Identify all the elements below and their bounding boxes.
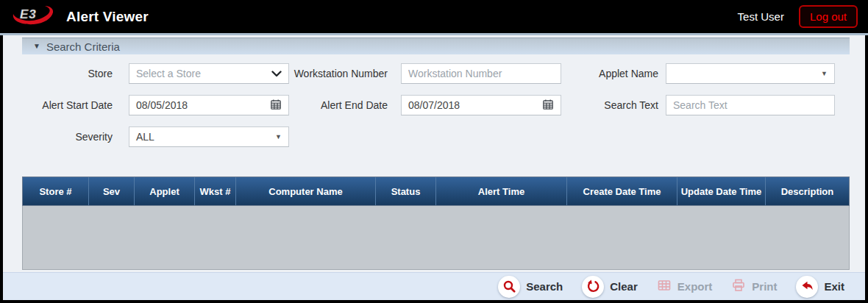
search-text-label: Search Text [548,95,658,115]
applet-name-label: Applet Name [548,63,658,84]
magnifier-icon [498,276,520,298]
workstation-label: Workstation Number [277,63,388,84]
alert-viewer-window: E3 Alert Viewer Test User Log out ▼ Sear… [0,0,868,303]
action-toolbar: Search Clear Export [3,272,865,300]
col-store[interactable]: Store # [23,177,89,205]
store-select-value: Select a Store [136,68,201,79]
search-button[interactable]: Search [498,276,563,298]
triangle-down-icon: ▼ [33,43,40,50]
table-grid-icon [657,278,672,295]
end-date-label: Alert End Date [277,95,388,115]
page-title: Alert Viewer [66,9,149,25]
clear-button[interactable]: Clear [582,276,638,298]
severity-label: Severity [15,126,113,147]
end-date-field[interactable]: 08/07/2018 [401,95,561,115]
app-header: E3 Alert Viewer Test User Log out [0,0,868,33]
rotate-ccw-icon [582,276,604,298]
results-table-header: Store # Sev Applet Wkst # Computer Name … [22,177,850,206]
severity-select[interactable]: ALL ▼ [129,126,289,147]
export-button-label: Export [677,280,713,293]
results-table-empty-body [22,206,850,270]
logout-button[interactable]: Log out [799,5,858,28]
logged-in-user: Test User [738,10,784,23]
workstation-input[interactable] [408,68,554,79]
search-text-input[interactable] [673,99,828,111]
col-wkst[interactable]: Wkst # [195,177,236,205]
print-button-label: Print [752,280,777,293]
severity-value: ALL [136,131,154,143]
appbar-right: Test User Log out [738,5,858,28]
printer-icon [731,278,746,295]
e3-logo-icon: E3 [10,3,56,31]
select-arrow-icon: ▼ [275,133,282,140]
col-applet[interactable]: Applet [135,177,195,205]
col-sev[interactable]: Sev [89,177,135,205]
search-text-field-wrap [666,95,835,115]
search-criteria-title: Search Criteria [46,40,120,53]
header-divider [0,33,868,35]
col-status[interactable]: Status [376,177,436,205]
search-criteria-toggle[interactable]: ▼ Search Criteria [22,38,850,54]
print-button[interactable]: Print [731,278,777,295]
exit-button-label: Exit [824,280,844,293]
search-button-label: Search [526,280,563,293]
start-date-field[interactable]: 08/05/2018 [129,95,289,115]
store-select[interactable]: Select a Store [129,63,289,84]
col-update-date-time[interactable]: Update Date Time [677,177,766,205]
col-computer-name[interactable]: Computer Name [236,177,376,205]
start-date-value: 08/05/2018 [136,99,188,111]
applet-name-select[interactable]: ▼ [666,63,835,84]
col-create-date-time[interactable]: Create Date Time [567,177,677,205]
col-alert-time[interactable]: Alert Time [436,177,567,205]
start-date-label: Alert Start Date [15,95,113,115]
workstation-field-wrap [401,63,561,84]
store-label: Store [15,63,113,84]
export-button[interactable]: Export [657,278,713,295]
col-description[interactable]: Description [766,177,849,205]
select-arrow-icon: ▼ [821,70,828,77]
exit-button[interactable]: Exit [796,276,844,298]
clear-button-label: Clear [610,280,638,293]
end-date-value: 08/07/2018 [408,99,460,111]
return-arrow-icon [796,276,818,298]
svg-text:E3: E3 [20,7,37,21]
